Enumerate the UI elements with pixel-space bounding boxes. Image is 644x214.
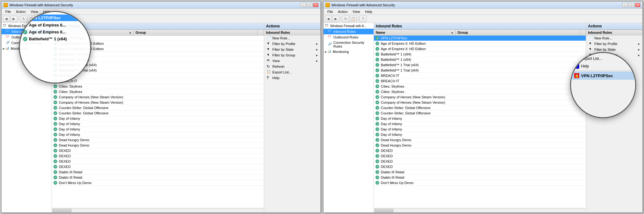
sidebar-item-outbound-right[interactable]: 🛡 Outbound Rules: [324, 34, 374, 40]
list-row-19-left[interactable]: ✓ Dead Hungry Demo: [52, 137, 264, 143]
col-group-left[interactable]: Group: [134, 30, 258, 35]
list-row-6-right[interactable]: ✓ Battlefield™ 1 Trial (x64): [374, 68, 586, 73]
menu-help-right[interactable]: Help: [363, 9, 375, 14]
col-name-right[interactable]: Name ▲: [374, 30, 456, 35]
action-filter-profile-left[interactable]: ▼ Filter by Profile ▶: [264, 41, 320, 47]
list-row-13-right[interactable]: ✓ Counter-Strike: Global Offensive: [374, 105, 586, 111]
action-filter-group-left[interactable]: ▼ Filter by Group ▶: [264, 52, 320, 58]
sidebar-item-monitoring-right[interactable]: ▶ 📊 Monitoring: [324, 49, 374, 55]
refresh-btn-right[interactable]: ↻: [342, 16, 349, 22]
close-button-right[interactable]: ✕: [635, 3, 641, 7]
list-row-12-left[interactable]: ✓ Company of Heroes (New Steam Version): [52, 100, 264, 105]
list-row-11-right[interactable]: ✓ Company of Heroes (New Steam Version): [374, 95, 586, 100]
list-row-5-right[interactable]: ✓ Battlefield™ 1 Trial (x64): [374, 62, 586, 68]
list-row-20-left[interactable]: ✓ Dead Hungry Demo: [52, 143, 264, 148]
list-row-24-right[interactable]: ✓ DEXED: [374, 164, 586, 170]
back-button-left[interactable]: ◀: [3, 16, 10, 22]
zoom-help-right[interactable]: ? Help: [571, 62, 635, 70]
new-rule-icon-left: 📄: [267, 36, 271, 40]
scrollbar-thumb-left[interactable]: [53, 209, 71, 212]
export-btn-right[interactable]: 📋: [350, 16, 357, 22]
list-row-1-right[interactable]: ✓ Age of Empires II: HD Edition: [374, 41, 586, 46]
list-row-8-right[interactable]: ✓ BREACH IT: [374, 78, 586, 84]
list-row-15-right[interactable]: ✓ Day of Infamy: [374, 116, 586, 121]
list-row-18-left[interactable]: ✓ Day of Infamy: [52, 132, 264, 137]
list-row-15-left[interactable]: ✓ Day of Infamy: [52, 116, 264, 121]
list-row-21-right[interactable]: ✓ DEXED: [374, 148, 586, 153]
menu-file-left[interactable]: File: [3, 9, 14, 14]
menu-action-left[interactable]: Action: [14, 9, 28, 14]
col-sort-right[interactable]: [580, 30, 586, 35]
list-row-14-left[interactable]: ✓ Counter-Strike: Global Offensive: [52, 111, 264, 116]
list-row-19-right[interactable]: ✓ Dead Hungry Demo: [374, 137, 586, 143]
action-filter-state-right[interactable]: ▼ Filter by State ▶: [586, 47, 642, 52]
list-row-16-right[interactable]: ✓ Day of Infamy: [374, 121, 586, 127]
list-row-17-left[interactable]: ✓ Day of Infamy: [52, 127, 264, 132]
list-row-3-right[interactable]: ✓ Battlefield™ 1 (x64): [374, 52, 586, 57]
action-view-left[interactable]: 👁 View ▶: [264, 58, 320, 64]
list-row-26-right[interactable]: ✓ Diablo III Retail: [374, 175, 586, 180]
forward-button-right[interactable]: ▶: [332, 16, 339, 22]
list-row-17-right[interactable]: ✓ Day of Infamy: [374, 127, 586, 132]
maximize-button-left[interactable]: □: [307, 3, 312, 7]
minimize-button-left[interactable]: ─: [300, 3, 306, 7]
list-row-10-right[interactable]: ✓ Cities: Skylines: [374, 89, 586, 95]
action-filter-state-left[interactable]: ▼ Filter by State ▶: [264, 47, 320, 52]
list-row-27-right[interactable]: ✓ Don't Mess Up Demo: [374, 180, 586, 186]
list-row-9-left[interactable]: ✓ Cities: Skylines: [52, 84, 264, 89]
list-row-25-left[interactable]: ✓ Diablo III Retail: [52, 170, 264, 175]
list-row-11-left[interactable]: ✓ Company of Heroes (New Steam Version): [52, 95, 264, 100]
list-row-20-right[interactable]: ✓ Dead Hungry Demo: [374, 143, 586, 148]
list-row-13-left[interactable]: ✓ Counter-Strike: Global Offensive: [52, 105, 264, 111]
list-row-27-left[interactable]: ✓ Don't Mess Up Demo: [52, 180, 264, 186]
scrollbar-h-right[interactable]: [374, 208, 586, 212]
menu-view-right[interactable]: View: [350, 9, 363, 14]
help-btn-right[interactable]: ?: [359, 16, 366, 22]
list-row-2-right[interactable]: ✓ Age of Empires II: HD Edition: [374, 46, 586, 52]
action-new-rule-right[interactable]: 📄 New Rule...: [586, 35, 642, 41]
list-row-7-left[interactable]: ✓ BREACH IT: [52, 73, 264, 78]
list-row-24-left[interactable]: ✓ DEXED: [52, 164, 264, 170]
list-row-8-left[interactable]: ✓ BREACH IT: [52, 78, 264, 84]
list-row-4-right[interactable]: ✓ Battlefield™ 1 (x64): [374, 57, 586, 62]
list-row-23-right[interactable]: ✓ DEXED: [374, 159, 586, 164]
list-row-23-left[interactable]: ✓ DEXED: [52, 159, 264, 164]
expand-arrow-monitoring-right: ▶: [325, 50, 327, 53]
col-group-right[interactable]: Group: [456, 30, 580, 35]
menu-file-right[interactable]: File: [325, 9, 336, 14]
action-refresh-left[interactable]: ↻ Refresh: [264, 64, 320, 69]
close-button-left[interactable]: ✕: [313, 3, 319, 7]
list-row-9-right[interactable]: ✓ Cities: Skylines: [374, 84, 586, 89]
scrollbar-thumb-right[interactable]: [375, 209, 393, 212]
sidebar-item-inbound-right[interactable]: 🛡 Inbound Rules: [324, 29, 374, 34]
forward-button-left[interactable]: ▶: [10, 16, 17, 22]
list-row-12-right[interactable]: ✓ Company of Heroes (New Steam Version): [374, 100, 586, 105]
scrollbar-h-left[interactable]: [52, 208, 264, 212]
minimize-button-right[interactable]: ─: [622, 3, 628, 7]
col-sort-left[interactable]: [258, 30, 264, 35]
action-new-rule-left[interactable]: 📄 New Rule...: [264, 35, 320, 41]
action-help-left[interactable]: ? Help: [264, 75, 320, 81]
action-export-left[interactable]: 📋 Export List...: [264, 69, 320, 75]
list-row-14-right[interactable]: ✓ Counter-Strike: Global Offensive: [374, 111, 586, 116]
menu-action-right[interactable]: Action: [336, 9, 350, 14]
zoom-vpn-right[interactable]: 🔒 VPN L2TP/IPSec: [571, 72, 635, 80]
refresh-btn-left[interactable]: ↻: [20, 16, 27, 22]
list-row-16-left[interactable]: ✓ Day of Infamy: [52, 121, 264, 127]
list-row-22-left[interactable]: ✓ DEXED: [52, 153, 264, 159]
list-area-right[interactable]: ✓ VPN L2TP/IPSec ✓ Age of Empires II: HD…: [374, 36, 586, 208]
list-row-18-right[interactable]: ✓ Day of Infamy: [374, 132, 586, 137]
list-row-22-right[interactable]: ✓ DEXED: [374, 153, 586, 159]
list-row-21-left[interactable]: ✓ DEXED: [52, 148, 264, 153]
maximize-button-right[interactable]: □: [629, 3, 634, 7]
menu-view-left[interactable]: View: [28, 9, 41, 14]
sidebar-item-root-right[interactable]: 🛡 Windows Firewall with A...: [324, 23, 374, 29]
list-row-26-left[interactable]: ✓ Diablo III Retail: [52, 175, 264, 180]
list-row-25-right[interactable]: ✓ Diablo III Retail: [374, 170, 586, 175]
back-button-right[interactable]: ◀: [325, 16, 332, 22]
list-row-7-right[interactable]: ✓ BREACH IT: [374, 73, 586, 78]
list-row-10-left[interactable]: ✓ Cities: Skylines: [52, 89, 264, 95]
action-filter-profile-right[interactable]: ▼ Filter by Profile ▶: [586, 41, 642, 47]
list-row-0-right[interactable]: ✓ VPN L2TP/IPSec: [374, 36, 586, 41]
sidebar-item-connection-right[interactable]: 🔗 Connection Security Rules: [324, 40, 374, 49]
